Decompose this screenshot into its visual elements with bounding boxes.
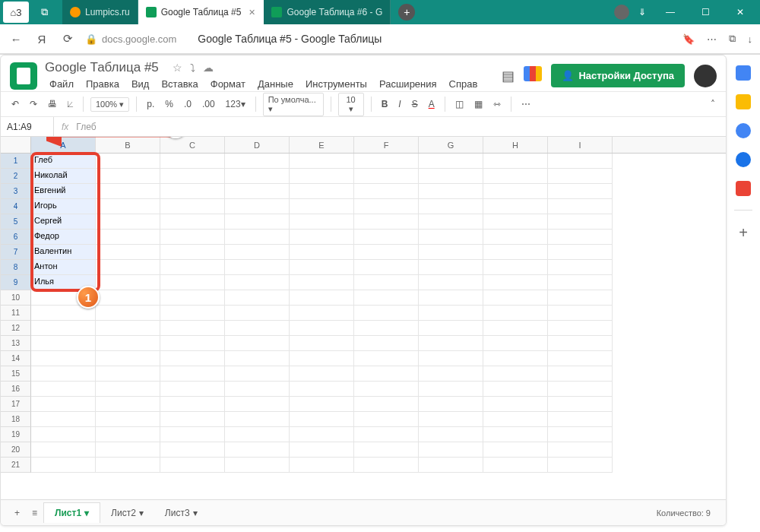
cell[interactable] [290, 336, 354, 351]
cell[interactable] [290, 427, 354, 442]
row-header[interactable]: 1 [1, 154, 31, 169]
cell[interactable] [419, 169, 483, 184]
text-color-button[interactable]: A [426, 97, 438, 111]
cell[interactable] [96, 306, 160, 321]
cell[interactable] [548, 412, 613, 427]
bold-button[interactable]: B [378, 97, 391, 111]
column-header-F[interactable]: F [354, 137, 419, 153]
spreadsheet-grid[interactable]: ABCDEFGHI 1Глеб2Николай3Евгений4Игорь5Се… [1, 137, 726, 473]
cell[interactable] [290, 366, 354, 382]
cell[interactable] [419, 412, 483, 427]
menu-insert[interactable]: Вставка [157, 77, 202, 91]
column-header-D[interactable]: D [225, 137, 290, 153]
sheet-tab-3[interactable]: Лист3 ▾ [154, 503, 208, 523]
cell[interactable] [548, 275, 613, 290]
add-addon-icon[interactable]: + [739, 224, 748, 242]
cell[interactable] [354, 260, 419, 275]
row-header[interactable]: 15 [1, 366, 31, 382]
menu-data[interactable]: Данные [253, 77, 298, 91]
downloads-icon[interactable]: ↓ [748, 33, 753, 45]
cell[interactable] [419, 321, 483, 336]
formula-input[interactable]: Глеб [76, 122, 96, 132]
cell[interactable]: Евгений [31, 184, 96, 199]
cell[interactable] [483, 412, 548, 427]
cell[interactable] [419, 230, 483, 245]
cell[interactable] [96, 382, 160, 397]
cell[interactable] [225, 260, 290, 275]
home-icon[interactable]: ⌂3 [3, 2, 29, 23]
cell[interactable] [290, 184, 354, 199]
menu-edit[interactable]: Правка [81, 77, 124, 91]
share-button[interactable]: 👤 Настройки Доступа [551, 64, 685, 87]
cell[interactable] [290, 214, 354, 230]
paint-format-button[interactable]: ⟀ [65, 97, 76, 111]
cloud-icon[interactable]: ☁ [203, 62, 214, 74]
window-maximize[interactable]: ☐ [690, 0, 720, 24]
cell[interactable] [225, 199, 290, 214]
cell[interactable] [354, 275, 419, 290]
cell[interactable] [31, 442, 96, 458]
fill-color-button[interactable]: ◫ [452, 97, 467, 111]
cell[interactable] [160, 366, 225, 382]
cell[interactable]: Сергей [31, 214, 96, 230]
cell[interactable]: Николай [31, 169, 96, 184]
italic-button[interactable]: I [395, 97, 404, 111]
cell[interactable] [354, 199, 419, 214]
account-avatar[interactable] [694, 65, 717, 87]
cell[interactable] [225, 382, 290, 397]
browser-tab-sheet5[interactable]: Google Таблица #5 ✕ [138, 0, 264, 24]
cell[interactable] [290, 412, 354, 427]
row-header[interactable]: 19 [1, 427, 31, 442]
cell[interactable] [96, 290, 160, 306]
cell[interactable] [225, 336, 290, 351]
cell[interactable] [96, 336, 160, 351]
column-header-G[interactable]: G [419, 137, 483, 153]
cell[interactable] [354, 184, 419, 199]
cell[interactable] [96, 366, 160, 382]
cell[interactable] [419, 382, 483, 397]
cell[interactable] [31, 321, 96, 336]
cell[interactable] [419, 397, 483, 412]
row-header[interactable]: 3 [1, 184, 31, 199]
cell[interactable] [548, 154, 613, 169]
cell[interactable] [290, 397, 354, 412]
cell[interactable] [96, 275, 160, 290]
column-header-H[interactable]: H [483, 137, 548, 153]
cell[interactable] [290, 382, 354, 397]
selection-count[interactable]: Количество: 9 [657, 508, 711, 518]
close-tab-icon[interactable]: ✕ [249, 8, 255, 17]
cell[interactable] [483, 199, 548, 214]
font-size-select[interactable]: 10 ▾ [338, 93, 364, 116]
panel-icon[interactable]: ⧉ [35, 2, 53, 23]
row-header[interactable]: 16 [1, 382, 31, 397]
cell[interactable] [31, 366, 96, 382]
cell[interactable] [160, 306, 225, 321]
reload-button[interactable]: ⟳ [59, 32, 76, 46]
cell[interactable] [96, 154, 160, 169]
yandex-button[interactable]: Я [33, 33, 50, 46]
cell[interactable] [354, 154, 419, 169]
cell[interactable] [354, 382, 419, 397]
cell[interactable] [225, 245, 290, 260]
cell[interactable] [483, 290, 548, 306]
cell[interactable] [160, 427, 225, 442]
bookmark-icon[interactable]: 🔖 [682, 33, 695, 45]
cell[interactable] [548, 336, 613, 351]
cell[interactable] [160, 260, 225, 275]
cell[interactable] [96, 199, 160, 214]
cell[interactable] [419, 199, 483, 214]
cell[interactable] [548, 351, 613, 366]
cell[interactable] [483, 154, 548, 169]
cell[interactable] [354, 321, 419, 336]
cell[interactable] [160, 184, 225, 199]
menu-extensions[interactable]: Расширения [375, 77, 442, 91]
cell[interactable]: Глеб [31, 154, 96, 169]
cell[interactable] [160, 290, 225, 306]
cell[interactable] [96, 351, 160, 366]
add-sheet-button[interactable]: + [8, 505, 26, 521]
star-icon[interactable]: ☆ [173, 62, 182, 74]
cell[interactable] [548, 214, 613, 230]
cell[interactable] [419, 442, 483, 458]
cell[interactable]: Игорь [31, 199, 96, 214]
cell[interactable] [419, 458, 483, 473]
